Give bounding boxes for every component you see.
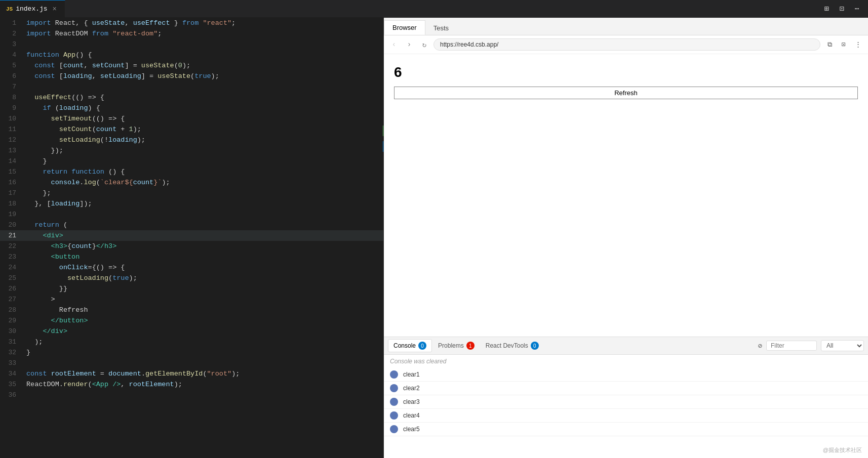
line-number-35: 35	[0, 379, 24, 390]
tab-index-js[interactable]: JS index.js ×	[0, 0, 65, 17]
console-dot-icon	[390, 384, 398, 392]
console-row-text: clear5	[403, 426, 420, 433]
line-content-8: useEffect(() => {	[24, 92, 383, 103]
code-line-25[interactable]: 25 setLoading(true);	[0, 273, 383, 283]
line-number-20: 20	[0, 220, 24, 230]
code-line-16[interactable]: 16 console.log(`clear${count}`);	[0, 177, 383, 188]
line-content-19	[24, 209, 383, 220]
line-content-10: setTimeout(() => {	[24, 113, 383, 124]
line-content-18: }, [loading]);	[24, 198, 383, 209]
clear-console-button[interactable]: ⊘	[758, 342, 762, 350]
line-content-9: if (loading) {	[24, 103, 383, 113]
code-line-5[interactable]: 5 const [count, setCount] = useState(0);	[0, 60, 383, 71]
line-number-33: 33	[0, 358, 24, 368]
line-number-6: 6	[0, 71, 24, 81]
line-content-27: >	[24, 294, 383, 305]
code-line-31[interactable]: 31 );	[0, 337, 383, 347]
code-area[interactable]: 1import React, { useState, useEffect } f…	[0, 18, 383, 458]
code-line-3[interactable]: 3	[0, 39, 383, 50]
tab-problems[interactable]: Problems 1	[433, 340, 480, 352]
code-line-2[interactable]: 2import ReactDOM from "react-dom";	[0, 28, 383, 39]
browser-tabs: Browser Tests	[384, 18, 868, 35]
line-content-30: </div>	[24, 326, 383, 337]
code-line-36[interactable]: 36	[0, 390, 383, 400]
open-new-window-icon[interactable]: ⧉	[823, 38, 836, 51]
console-dot-icon	[390, 425, 398, 433]
filter-input[interactable]	[766, 341, 817, 351]
code-line-15[interactable]: 15 return function () {	[0, 166, 383, 177]
code-line-6[interactable]: 6 const [loading, setLoading] = useState…	[0, 71, 383, 81]
tab-react-devtools[interactable]: React DevTools 0	[481, 340, 544, 352]
tab-bar: JS index.js × ⊞ ⊡ ⋯	[0, 0, 868, 18]
code-line-10[interactable]: 10 setTimeout(() => {	[0, 113, 383, 124]
line-number-28: 28	[0, 305, 24, 315]
devtools-badge: 0	[531, 342, 539, 350]
line-number-25: 25	[0, 273, 24, 283]
code-line-12[interactable]: 12 setLoading(!loading);	[0, 135, 383, 145]
console-row: clear4	[384, 409, 868, 423]
line-number-30: 30	[0, 326, 24, 337]
line-content-7	[24, 81, 383, 92]
more-browser-options-icon[interactable]: ⋮	[852, 38, 864, 51]
code-line-17[interactable]: 17 };	[0, 188, 383, 198]
more-actions-button[interactable]: ⋯	[850, 2, 864, 16]
code-line-9[interactable]: 9 if (loading) {	[0, 103, 383, 113]
back-button[interactable]: ‹	[388, 38, 400, 51]
toggle-panel-button[interactable]: ⊡	[835, 2, 849, 16]
code-line-22[interactable]: 22 <h3>{count}</h3>	[0, 241, 383, 252]
code-line-20[interactable]: 20 return (	[0, 220, 383, 230]
filter-level-dropdown[interactable]: All Errors Warnings Info Debug	[821, 340, 864, 351]
code-line-1[interactable]: 1import React, { useState, useEffect } f…	[0, 18, 383, 28]
code-line-13[interactable]: 13 });	[0, 145, 383, 156]
problems-tab-label: Problems	[438, 342, 464, 349]
code-line-26[interactable]: 26 }}	[0, 283, 383, 294]
tab-console[interactable]: Console 0	[388, 339, 432, 352]
code-line-7[interactable]: 7	[0, 81, 383, 92]
code-line-34[interactable]: 34const rootElement = document.getElemen…	[0, 368, 383, 379]
line-content-13: });	[24, 145, 383, 156]
code-line-18[interactable]: 18 }, [loading]);	[0, 198, 383, 209]
preview-count: 6	[394, 64, 858, 80]
code-line-32[interactable]: 32}	[0, 347, 383, 358]
editor-panel: 1import React, { useState, useEffect } f…	[0, 18, 383, 458]
tab-tests[interactable]: Tests	[425, 21, 457, 35]
code-line-35[interactable]: 35ReactDOM.render(<App />, rootElement);	[0, 379, 383, 390]
preview-refresh-button[interactable]: Refresh	[394, 87, 858, 99]
console-panel: Console 0 Problems 1 React DevTools 0 ⊘ …	[384, 337, 868, 458]
console-dot-icon	[390, 398, 398, 406]
main-area: 1import React, { useState, useEffect } f…	[0, 18, 868, 458]
line-content-23: <button	[24, 252, 383, 262]
code-line-33[interactable]: 33	[0, 358, 383, 368]
code-line-24[interactable]: 24 onClick={() => {	[0, 262, 383, 273]
code-line-4[interactable]: 4function App() {	[0, 50, 383, 60]
split-editor-button[interactable]: ⊞	[819, 2, 834, 16]
line-content-21: <div>	[24, 230, 383, 241]
address-input[interactable]	[433, 38, 820, 51]
code-line-8[interactable]: 8 useEffect(() => {	[0, 92, 383, 103]
line-content-20: return (	[24, 220, 383, 230]
line-number-36: 36	[0, 390, 24, 400]
split-view-icon[interactable]: ⊡	[838, 38, 850, 51]
line-number-15: 15	[0, 166, 24, 177]
line-content-14: }	[24, 156, 383, 166]
forward-button[interactable]: ›	[403, 38, 415, 51]
line-content-11: setCount(count + 1);	[24, 124, 383, 135]
tab-close-button[interactable]: ×	[51, 5, 59, 13]
console-cleared-message: Console was cleared	[384, 355, 868, 368]
code-line-27[interactable]: 27 >	[0, 294, 383, 305]
devtools-tab-label: React DevTools	[486, 342, 528, 349]
console-body: Console was cleared clear1clear2clear3cl…	[384, 355, 868, 458]
line-number-27: 27	[0, 294, 24, 305]
tab-browser[interactable]: Browser	[384, 20, 425, 35]
code-line-11[interactable]: 11 setCount(count + 1);	[0, 124, 383, 135]
code-line-23[interactable]: 23 <button	[0, 252, 383, 262]
code-line-28[interactable]: 28 Refresh	[0, 305, 383, 315]
code-line-29[interactable]: 29 </button>	[0, 315, 383, 326]
code-line-30[interactable]: 30 </div>	[0, 326, 383, 337]
code-line-14[interactable]: 14 }	[0, 156, 383, 166]
tab-actions: ⊞ ⊡ ⋯	[819, 2, 868, 16]
code-line-19[interactable]: 19	[0, 209, 383, 220]
refresh-button[interactable]: ↻	[418, 38, 430, 51]
code-line-21[interactable]: 21 <div>	[0, 230, 383, 241]
line-number-4: 4	[0, 50, 24, 60]
